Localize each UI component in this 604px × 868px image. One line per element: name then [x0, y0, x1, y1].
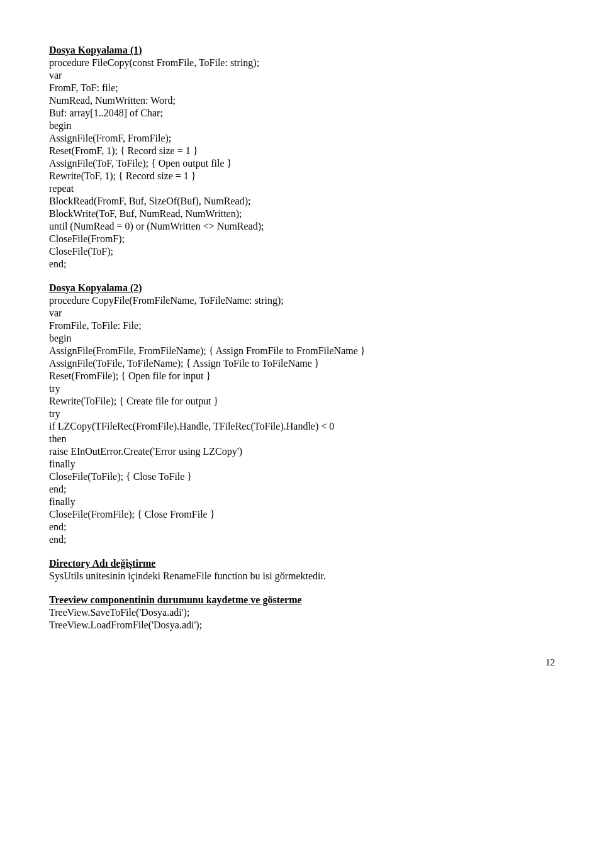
code-line: Rewrite(ToFile); { Create file for outpu…: [49, 395, 555, 408]
body-line: SysUtils unitesinin içindeki RenameFile …: [49, 570, 555, 582]
section-1: Dosya Kopyalama (1) procedure FileCopy(c…: [49, 44, 555, 270]
code-line: finally: [49, 458, 555, 470]
section-4-heading: Treeview componentinin durumunu kaydetme…: [49, 594, 555, 606]
code-line: FromF, ToF: file;: [49, 82, 555, 94]
code-line: AssignFile(ToFile, ToFileName); { Assign…: [49, 357, 555, 370]
section-2-heading: Dosya Kopyalama (2): [49, 282, 555, 294]
code-line: end;: [49, 258, 555, 270]
code-line: CloseFile(ToFile); { Close ToFile }: [49, 470, 555, 483]
section-2: Dosya Kopyalama (2) procedure CopyFile(F…: [49, 282, 555, 546]
code-line: FromFile, ToFile: File;: [49, 320, 555, 332]
code-line: until (NumRead = 0) or (NumWritten <> Nu…: [49, 220, 555, 233]
code-line: then: [49, 433, 555, 445]
code-line: NumRead, NumWritten: Word;: [49, 94, 555, 107]
code-line: raise EInOutError.Create('Error using LZ…: [49, 445, 555, 458]
code-line: TreeView.LoadFromFile('Dosya.adi');: [49, 619, 555, 632]
code-line: end;: [49, 521, 555, 533]
section-3-heading: Directory Adı değiştirme: [49, 557, 555, 570]
code-line: if LZCopy(TFileRec(FromFile).Handle, TFi…: [49, 420, 555, 433]
code-line: AssignFile(FromF, FromFile);: [49, 132, 555, 145]
code-line: BlockRead(FromF, Buf, SizeOf(Buf), NumRe…: [49, 195, 555, 208]
code-line: TreeView.SaveToFile('Dosya.adi');: [49, 606, 555, 619]
code-line: var: [49, 307, 555, 320]
code-line: BlockWrite(ToF, Buf, NumRead, NumWritten…: [49, 208, 555, 220]
code-line: begin: [49, 120, 555, 132]
code-line: AssignFile(FromFile, FromFileName); { As…: [49, 345, 555, 357]
code-line: Reset(FromF, 1); { Record size = 1 }: [49, 145, 555, 157]
code-line: AssignFile(ToF, ToFile); { Open output f…: [49, 157, 555, 170]
section-3: Directory Adı değiştirme SysUtils unites…: [49, 557, 555, 582]
code-line: CloseFile(ToF);: [49, 245, 555, 258]
page-number: 12: [49, 657, 555, 669]
code-line: begin: [49, 332, 555, 345]
section-4: Treeview componentinin durumunu kaydetme…: [49, 594, 555, 632]
code-line: CloseFile(FromFile); { Close FromFile }: [49, 508, 555, 521]
code-line: CloseFile(FromF);: [49, 233, 555, 245]
section-1-heading: Dosya Kopyalama (1): [49, 44, 555, 57]
code-line: try: [49, 408, 555, 420]
code-line: end;: [49, 533, 555, 546]
code-line: end;: [49, 483, 555, 496]
code-line: repeat: [49, 182, 555, 195]
code-line: Buf: array[1..2048] of Char;: [49, 107, 555, 120]
code-line: procedure FileCopy(const FromFile, ToFil…: [49, 57, 555, 69]
code-line: var: [49, 69, 555, 82]
code-line: finally: [49, 496, 555, 508]
code-line: procedure CopyFile(FromFileName, ToFileN…: [49, 294, 555, 307]
code-line: Rewrite(ToF, 1); { Record size = 1 }: [49, 170, 555, 182]
code-line: Reset(FromFile); { Open file for input }: [49, 370, 555, 382]
code-line: try: [49, 382, 555, 395]
